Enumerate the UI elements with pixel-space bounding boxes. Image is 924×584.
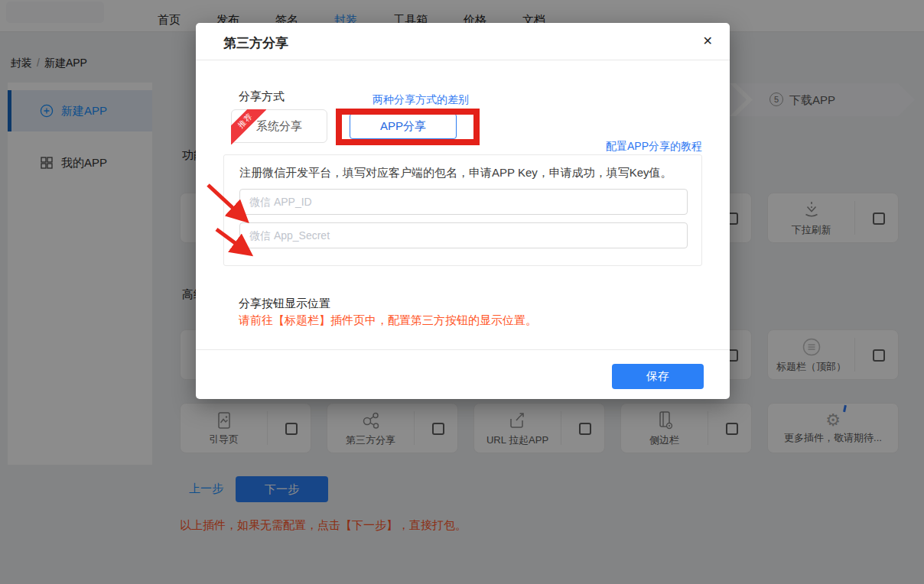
app-screen: 首页 发布 签名 封装 工具箱 价格 文档 封装/新建APP 新建APP — [0, 0, 924, 584]
modal-footer-divider — [196, 349, 730, 350]
wechat-appid-input[interactable] — [239, 189, 688, 215]
third-party-share-modal: 第三方分享 ✕ 分享方式 两种分享方式的差别 推荐 系统分享 APP分享 配置A… — [196, 23, 730, 399]
tab-app-share[interactable]: APP分享 — [350, 113, 457, 139]
app-share-tutorial-link[interactable]: 配置APP分享的教程 — [606, 140, 702, 154]
share-button-position-label: 分享按钮显示位置 — [239, 297, 330, 311]
tab-system-share[interactable]: 推荐 系统分享 — [231, 109, 327, 143]
wechat-appsecret-input[interactable] — [239, 222, 688, 248]
close-icon[interactable]: ✕ — [703, 34, 713, 48]
wechat-config-panel: 注册微信开发平台，填写对应客户端的包名，申请APP Key，申请成功，填写Key… — [223, 154, 702, 266]
modal-title: 第三方分享 — [223, 34, 288, 52]
recommend-ribbon-label: 推荐 — [231, 109, 266, 144]
share-mode-diff-link[interactable]: 两种分享方式的差别 — [373, 93, 469, 107]
modal-header: 第三方分享 ✕ — [196, 23, 730, 60]
recommend-ribbon: 推荐 — [231, 109, 266, 144]
share-button-position-note: 请前往【标题栏】插件页中，配置第三方按钮的显示位置。 — [239, 313, 537, 328]
wechat-config-instructions: 注册微信开发平台，填写对应客户端的包名，申请APP Key，申请成功，填写Key… — [239, 166, 672, 180]
save-button[interactable]: 保存 — [612, 364, 704, 389]
share-mode-label: 分享方式 — [239, 89, 285, 104]
